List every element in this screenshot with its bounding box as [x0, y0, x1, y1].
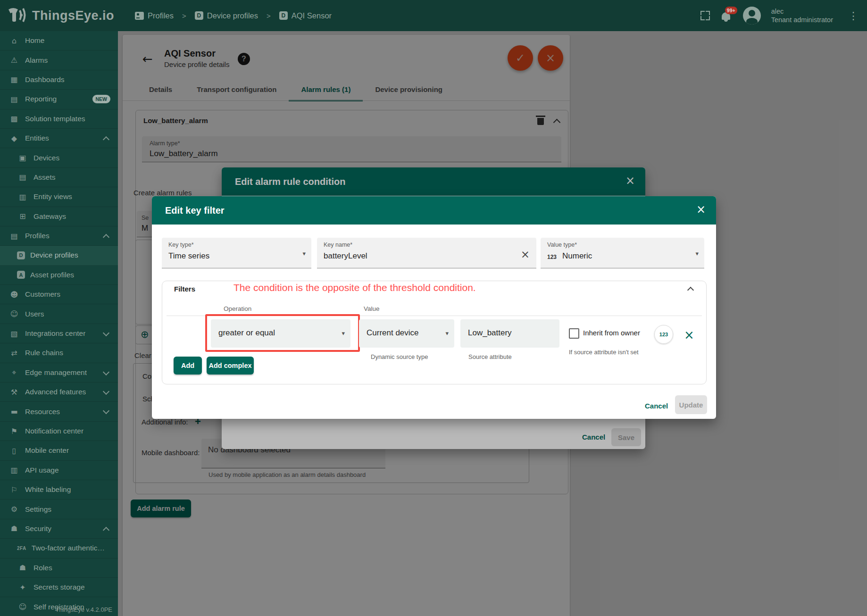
chevron-down-icon	[103, 369, 109, 375]
dialog-title: Edit key filter	[165, 205, 225, 216]
cancel-button[interactable]: Cancel	[645, 402, 668, 410]
chevron-up-icon	[103, 527, 109, 533]
chevron-down-icon: ▾	[302, 250, 306, 257]
sidebar-item-alarms[interactable]: ⚠Alarms	[0, 50, 118, 70]
alarm-icon: ⚠	[8, 56, 20, 65]
sidebar-item-label: Device profiles	[30, 251, 78, 259]
security-icon: ☗	[8, 524, 20, 533]
avatar[interactable]	[743, 7, 761, 25]
inherit-from-owner-checkbox[interactable]	[569, 328, 579, 339]
sidebar-item-entities[interactable]: ◆Entities	[0, 129, 118, 148]
key-type-label: Key type*	[168, 241, 194, 248]
add-button[interactable]: Add	[174, 357, 202, 375]
user-info[interactable]: alec Tenant administrator	[771, 7, 833, 24]
sidebar-item-edge-management[interactable]: ⌖Edge management	[0, 363, 118, 383]
operation-column-label: Operation	[224, 305, 251, 312]
sidebar-item-integrations-center[interactable]: ▧Integrations center	[0, 324, 118, 343]
chevron-down-icon	[103, 388, 109, 395]
main-content: ← AQI Sensor Device profile details ? ✓ …	[118, 31, 867, 616]
sidebar-item-dashboards[interactable]: ▦Dashboards	[0, 70, 118, 90]
numeric-type-icon: 123	[547, 254, 557, 260]
chevron-down-icon: ▾	[695, 250, 699, 257]
breadcrumb-item[interactable]: DAQI Sensor	[279, 11, 332, 20]
integrations-icon: ▧	[8, 329, 20, 338]
sidebar-item-mobile-center[interactable]: ▯Mobile center	[0, 441, 118, 460]
sidebar-item-label: Gateways	[33, 212, 66, 221]
sidebar-item-label: Profiles	[25, 232, 50, 240]
sidebar-item-entity-views[interactable]: ▥Entity views	[0, 187, 118, 207]
inherit-from-owner-label: Inherit from owner	[583, 329, 640, 337]
app-version: ThingsEye v.4.2.0PE	[56, 606, 112, 613]
app-logo[interactable]: ThingsEye.io	[7, 7, 118, 25]
sidebar-item-roles[interactable]: ☗Roles	[0, 558, 118, 578]
breadcrumb-item[interactable]: Profiles	[135, 11, 174, 20]
clear-icon[interactable]: ×	[521, 248, 530, 260]
key-type-select[interactable]: Key type* Time series ▾	[162, 238, 311, 268]
logo-icon	[7, 7, 28, 25]
sidebar-item-customers[interactable]: ☻Customers	[0, 285, 118, 304]
sidebar-item-asset-profiles[interactable]: AAsset profiles	[0, 266, 118, 285]
remove-filter-icon[interactable]: ×	[684, 328, 694, 342]
close-icon[interactable]: ×	[696, 203, 706, 216]
sidebar-item-assets[interactable]: ▤Assets	[0, 168, 118, 187]
sidebar-item-reporting[interactable]: ▤ReportingNEW	[0, 90, 118, 109]
sidebar-item-devices[interactable]: ▣Devices	[0, 148, 118, 167]
sidebar-item-label: Users	[25, 310, 44, 318]
sidebar-item-solution-templates[interactable]: ▩Solution templates	[0, 109, 118, 129]
key-name-input[interactable]: Key name* batteryLevel ×	[317, 238, 536, 268]
value-type-select[interactable]: Value type* Numeric 123 ▾	[541, 238, 704, 268]
user-name: alec	[771, 7, 833, 16]
breadcrumb-item[interactable]: DDevice profiles	[195, 11, 258, 20]
api-icon: ▥	[8, 466, 20, 474]
notifications-badge: 99+	[725, 7, 737, 14]
update-button[interactable]: Update	[675, 395, 707, 414]
sidebar-item-resources[interactable]: ▬Resources	[0, 402, 118, 421]
value-type-label: Value type*	[547, 241, 577, 248]
sidebar-item-two-factor-authenticati[interactable]: 2FATwo-factor authenticati…	[0, 539, 118, 558]
source-attribute-input[interactable]: Low_battery	[460, 319, 559, 348]
sidebar-item-rule-chains[interactable]: ⇄Rule chains	[0, 343, 118, 363]
sidebar-item-advanced-features[interactable]: ⚒Advanced features	[0, 383, 118, 402]
dynamic-source-type-select[interactable]: Current device ▾	[359, 319, 454, 348]
sidebar-item-secrets-storage[interactable]: ✦Secrets storage	[0, 578, 118, 597]
home-icon: ⌂	[8, 36, 20, 45]
entities-icon: ◆	[8, 134, 20, 143]
chevron-down-icon	[103, 408, 109, 414]
source-attribute-hint: Source attribute	[468, 353, 512, 360]
white-labeling-icon: ⚐	[8, 485, 20, 494]
sidebar-item-api-usage[interactable]: ▥API usage	[0, 461, 118, 480]
sidebar-item-device-profiles[interactable]: DDevice profiles	[0, 246, 118, 265]
filters-label: Filters	[174, 285, 195, 293]
sidebar-item-settings[interactable]: ⚙Settings	[0, 499, 118, 519]
sidebar-item-label: API usage	[25, 466, 59, 474]
sidebar-item-label: Alarms	[25, 56, 48, 65]
fullscreen-icon[interactable]	[700, 11, 710, 20]
user-role: Tenant administrator	[771, 16, 833, 24]
notifications-button[interactable]: 99+	[720, 8, 733, 23]
devices-icon: ▣	[17, 153, 28, 162]
sidebar-item-notification-center[interactable]: ⚑Notification center	[0, 422, 118, 441]
chevron-down-icon	[103, 330, 109, 336]
kebab-menu-icon[interactable]: ⋮	[848, 10, 859, 22]
sidebar-item-label: Edge management	[25, 368, 87, 377]
sidebar-item-home[interactable]: ⌂Home	[0, 31, 118, 50]
sidebar-item-label: White labeling	[25, 485, 71, 494]
sidebar-item-label: Devices	[33, 154, 59, 162]
dynamic-source-type-value: Current device	[367, 328, 419, 338]
sidebar-item-profiles[interactable]: ▤Profiles	[0, 226, 118, 246]
sidebar-item-label: Dashboards	[25, 75, 65, 84]
collapse-filters-icon[interactable]	[687, 287, 694, 293]
profiles-icon: ▤	[8, 232, 20, 241]
sidebar-item-label: Entities	[25, 134, 49, 142]
settings-icon: ⚙	[8, 505, 20, 514]
sidebar-item-users[interactable]: ☺Users	[0, 304, 118, 324]
add-complex-button[interactable]: Add complex	[207, 357, 254, 375]
sidebar-item-gateways[interactable]: ⊞Gateways	[0, 207, 118, 226]
breadcrumb-label: Profiles	[148, 11, 174, 20]
sidebar-item-white-labeling[interactable]: ⚐White labeling	[0, 480, 118, 499]
operation-select[interactable]: greater or equal ▾	[211, 319, 350, 348]
breadcrumb-label: Device profiles	[207, 11, 258, 20]
notification-icon: ⚑	[8, 427, 20, 436]
sidebar-item-security[interactable]: ☗Security	[0, 519, 118, 539]
sidebar-item-label: Secrets storage	[33, 583, 85, 591]
